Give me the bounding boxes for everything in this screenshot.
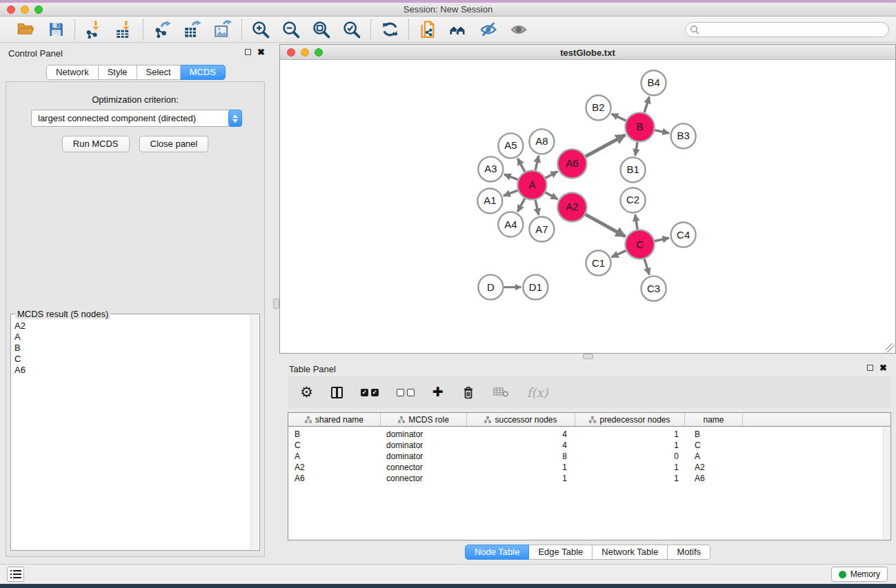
delete-icon[interactable] (461, 385, 475, 400)
graph-node-C1[interactable]: C1 (586, 251, 610, 276)
table-row[interactable]: Bdominator41B (288, 429, 890, 440)
tab-motifs[interactable]: Motifs (668, 545, 710, 560)
graph-node-B3[interactable]: B3 (671, 123, 696, 148)
export-image-icon[interactable] (213, 20, 232, 39)
network-graph[interactable]: B4B2BB3A5A8A6B1A3AC2A1A2A4A7C4CC1C3DD1 (280, 60, 895, 353)
graph-node-A8[interactable]: A8 (529, 129, 554, 154)
first-neighbors-icon[interactable] (448, 20, 468, 39)
zoom-out-icon[interactable] (281, 20, 301, 39)
graph-node-A3[interactable]: A3 (478, 156, 503, 181)
float-table-panel-icon[interactable] (867, 365, 873, 371)
graph-edge-A6-B[interactable] (586, 135, 626, 156)
open-file-icon[interactable] (16, 20, 35, 39)
select-all-icon[interactable]: ✓✓ (361, 389, 379, 396)
graph-node-A4[interactable]: A4 (498, 212, 523, 237)
tab-network-table[interactable]: Network Table (593, 545, 668, 560)
graph-edge-A-A7[interactable] (535, 200, 539, 215)
zoom-in-icon[interactable] (251, 20, 270, 39)
save-session-icon[interactable] (46, 20, 66, 39)
import-network-icon[interactable] (84, 20, 103, 39)
graph-node-D1[interactable]: D1 (523, 275, 548, 300)
mcds-result-item[interactable]: C (14, 354, 250, 365)
graph-edge-A-A5[interactable] (517, 159, 524, 172)
tab-mcds[interactable]: MCDS (181, 65, 226, 80)
function-builder-icon[interactable]: f(x) (527, 385, 548, 400)
run-mcds-button[interactable]: Run MCDS (62, 136, 130, 152)
column-header-name[interactable]: name (685, 413, 743, 426)
tab-style[interactable]: Style (99, 65, 137, 80)
graph-node-A2[interactable]: A2 (557, 192, 586, 221)
hide-selected-icon[interactable] (479, 20, 498, 39)
graph-edge-A-A1[interactable] (504, 190, 518, 196)
graph-edge-C-C4[interactable] (655, 238, 669, 241)
table-row[interactable]: Adominator80A (288, 451, 890, 462)
close-panel-button[interactable]: Close panel (139, 136, 209, 152)
graph-edge-A-A4[interactable] (517, 199, 524, 212)
graph-node-B2[interactable]: B2 (586, 95, 610, 120)
table-row[interactable]: A2connector11A2 (288, 462, 890, 473)
show-all-icon[interactable] (509, 20, 528, 39)
window-resize-grip[interactable] (886, 343, 895, 352)
graph-node-A1[interactable]: A1 (477, 188, 502, 213)
graph-node-A6[interactable]: A6 (557, 149, 586, 178)
network-canvas[interactable]: B4B2BB3A5A8A6B1A3AC2A1A2A4A7C4CC1C3DD1 (280, 60, 895, 353)
close-table-panel-icon[interactable]: ✖ (879, 364, 887, 372)
mcds-result-item[interactable]: A (14, 332, 250, 343)
import-table-icon[interactable] (115, 20, 134, 39)
graph-node-C4[interactable]: C4 (671, 223, 696, 247)
table-scrollbar[interactable] (883, 427, 890, 539)
table-row[interactable]: Cdominator41C (288, 440, 890, 451)
graph-node-B4[interactable]: B4 (641, 70, 666, 95)
graph-edge-B-B1[interactable] (635, 142, 637, 156)
graph-edge-B-B2[interactable] (612, 114, 626, 121)
mcds-result-item[interactable]: B (14, 343, 250, 354)
tab-select[interactable]: Select (137, 65, 181, 80)
graph-node-A5[interactable]: A5 (498, 133, 523, 158)
graph-node-C2[interactable]: C2 (621, 187, 646, 212)
graph-edge-A-A8[interactable] (535, 156, 539, 170)
graph-edge-A-A6[interactable] (546, 172, 557, 178)
column-header-successor-nodes[interactable]: successor nodes (467, 413, 575, 426)
graph-edge-A-A3[interactable] (504, 174, 518, 180)
zoom-fit-icon[interactable] (312, 20, 331, 39)
graph-edge-C-C3[interactable] (644, 259, 649, 275)
tab-edge-table[interactable]: Edge Table (529, 545, 593, 560)
mcds-result-item[interactable]: A6 (14, 365, 250, 376)
graph-node-A[interactable]: A (517, 170, 546, 199)
graph-node-B[interactable]: B (626, 112, 655, 141)
graph-edge-A2-C[interactable] (586, 214, 626, 236)
graph-edge-B-B3[interactable] (655, 130, 669, 133)
graph-edge-A-A2[interactable] (546, 192, 558, 199)
graph-edge-B-B4[interactable] (644, 97, 649, 112)
mcds-result-item[interactable]: A2 (14, 321, 250, 332)
tab-node-table[interactable]: Node Table (465, 545, 530, 560)
graph-node-A7[interactable]: A7 (529, 217, 554, 242)
graph-node-C[interactable]: C (626, 230, 655, 259)
float-panel-icon[interactable] (245, 49, 251, 55)
split-columns-icon[interactable] (331, 387, 343, 398)
new-network-from-selection-icon[interactable] (418, 20, 437, 39)
result-scrollbar[interactable] (250, 315, 259, 549)
column-header-shared-name[interactable]: shared name (288, 413, 381, 426)
graph-node-C3[interactable]: C3 (641, 276, 666, 301)
zoom-selected-icon[interactable] (342, 20, 361, 39)
criterion-select[interactable]: largest connected component (directed) (31, 110, 242, 127)
add-column-icon[interactable]: ✚ (432, 386, 444, 398)
delete-table-icon[interactable] (493, 387, 509, 398)
column-header-predecessor-nodes[interactable]: predecessor nodes (575, 413, 685, 426)
memory-button[interactable]: Memory (831, 567, 888, 582)
gear-icon[interactable]: ⚙ (300, 385, 313, 399)
column-header-MCDS-role[interactable]: MCDS role (381, 413, 467, 426)
graph-edge-C-C2[interactable] (635, 214, 637, 230)
deselect-all-icon[interactable] (397, 389, 415, 396)
tab-network[interactable]: Network (46, 65, 99, 80)
graph-node-B1[interactable]: B1 (621, 157, 646, 182)
log-console-button[interactable] (7, 567, 24, 582)
graph-node-D[interactable]: D (478, 275, 503, 300)
table-row[interactable]: A6connector11A6 (288, 473, 890, 484)
export-network-icon[interactable] (152, 20, 172, 39)
search-input[interactable] (685, 22, 889, 37)
refresh-layout-icon[interactable] (380, 20, 399, 39)
close-panel-icon[interactable]: ✖ (257, 48, 265, 56)
graph-edge-C-C1[interactable] (612, 251, 626, 257)
